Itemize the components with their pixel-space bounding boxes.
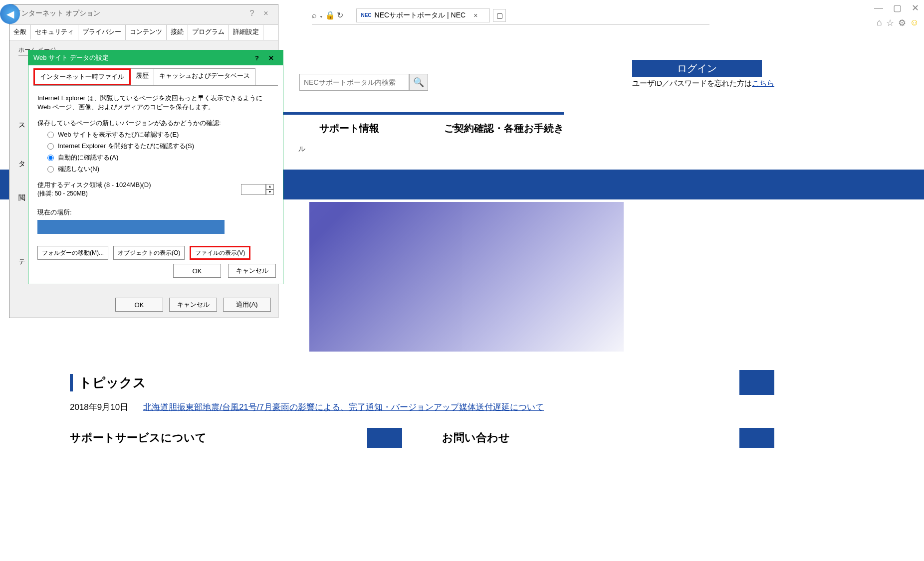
partial-text: ル	[298, 145, 305, 154]
tab-strip: ⌕ ▾ 🔒 ↻ NEC NECサポートポータル | NEC × ▢	[312, 6, 709, 25]
radio-label-2: Internet Explorer を開始するたびに確認する(S)	[58, 142, 194, 151]
browser-tab[interactable]: NEC NECサポートポータル | NEC ×	[356, 8, 490, 22]
maximize-icon[interactable]: ▢	[893, 2, 902, 13]
radio-never[interactable]	[47, 166, 54, 173]
minimize-icon[interactable]: —	[874, 2, 883, 13]
new-tab-button[interactable]: ▢	[493, 9, 506, 22]
tab-temp-files[interactable]: インターネット一時ファイル	[33, 68, 131, 85]
favorites-icon[interactable]: ☆	[886, 17, 894, 28]
current-location-highlight	[37, 220, 225, 234]
disk-space-input[interactable]	[241, 184, 266, 195]
close-icon[interactable]: ✕	[264, 54, 278, 62]
forgot-text: ユーザID／パスワードを忘れた方はこちら	[632, 79, 774, 88]
view-objects-button[interactable]: オブジェクトの表示(O)	[113, 246, 185, 260]
nav-menu: わせ サポート情報 ご契約確認・各種お手続き	[234, 112, 564, 142]
tab-privacy[interactable]: プライバシー	[78, 25, 126, 40]
tab-cache-db[interactable]: キャッシュおよびデータベース	[154, 68, 255, 85]
refresh-icon[interactable]: ↻	[337, 10, 343, 20]
login-button[interactable]: ログイン	[632, 60, 762, 77]
dialog-title: インターネット オプション	[14, 9, 100, 18]
description-text: Internet Explorer は、閲覧しているページを次回もっと早く表示で…	[37, 94, 274, 112]
newtab-icon: ▢	[496, 11, 503, 19]
tab-title: NECサポートポータル | NEC	[375, 11, 466, 20]
lock-icon: 🔒	[325, 10, 335, 20]
smiley-icon[interactable]: ☺	[910, 17, 919, 28]
tab-content[interactable]: コンテンツ	[126, 25, 167, 40]
io-cancel-button[interactable]: キャンセル	[169, 298, 217, 312]
search-dropdown-icon[interactable]: ⌕ ▾	[312, 11, 324, 20]
tab-history[interactable]: 履歴	[131, 68, 154, 85]
section-topics: トピックス	[70, 374, 774, 391]
forgot-link[interactable]: こちら	[752, 79, 774, 87]
disk-space-hint: (推奨: 50 - 250MB)	[37, 189, 151, 198]
current-location-label: 現在の場所:	[37, 208, 274, 217]
help-icon[interactable]: ?	[245, 9, 259, 18]
check-versions-label: 保存しているページの新しいバージョンがあるかどうかの確認:	[37, 119, 274, 128]
spin-down-icon[interactable]: ▼	[266, 189, 274, 195]
topics-link[interactable]: 北海道胆振東部地震/台風21号/7月豪雨の影響による、完了通知・バージョンアップ…	[143, 401, 544, 413]
tab-close-icon[interactable]: ×	[473, 11, 477, 19]
radio-automatic[interactable]	[47, 155, 54, 161]
topics-date: 2018年9月10日	[70, 401, 128, 413]
close-icon[interactable]: ✕	[912, 2, 919, 13]
disk-space-label: 使用するディスク領域 (8 - 1024MB)(D)	[37, 181, 151, 189]
tab-security[interactable]: セキュリティ	[31, 25, 78, 40]
nav-item-2[interactable]: サポート情報	[319, 122, 379, 135]
radio-label-3: 自動的に確認する(A)	[58, 153, 118, 162]
view-files-button[interactable]: ファイルの表示(V)	[190, 246, 250, 260]
dialog-title: Web サイト データの設定	[33, 53, 109, 62]
tab-favicon: NEC	[361, 12, 371, 18]
site-search-input[interactable]	[299, 74, 409, 91]
help-icon[interactable]: ?	[250, 54, 264, 62]
home-icon[interactable]: ⌂	[877, 17, 882, 28]
spin-up-icon[interactable]: ▲	[266, 184, 274, 189]
tab-advanced[interactable]: 詳細設定	[229, 25, 263, 40]
site-search-button[interactable]: 🔍	[409, 74, 428, 91]
radio-every-visit[interactable]	[47, 132, 54, 138]
io-apply-button[interactable]: 適用(A)	[223, 298, 271, 312]
wd-cancel-button[interactable]: キャンセル	[228, 264, 276, 278]
section-inquiry: お問い合わせ	[442, 428, 774, 448]
io-ok-button[interactable]: OK	[115, 298, 163, 312]
radio-every-start[interactable]	[47, 143, 54, 150]
radio-label-1: Web サイトを表示するたびに確認する(E)	[58, 130, 179, 139]
gear-icon[interactable]: ⚙	[898, 17, 906, 28]
tab-general[interactable]: 全般	[9, 25, 31, 40]
section-support-service: サポートサービスについて	[70, 428, 402, 448]
radio-label-4: 確認しない(N)	[58, 165, 99, 174]
close-icon[interactable]: ×	[259, 9, 273, 18]
tab-programs[interactable]: プログラム	[188, 25, 229, 40]
website-data-settings-dialog: Web サイト データの設定 ? ✕ インターネット一時ファイル 履歴 キャッシ…	[28, 50, 283, 284]
tab-connections[interactable]: 接続	[167, 25, 188, 40]
wd-ok-button[interactable]: OK	[173, 264, 221, 278]
back-button[interactable]: ◀	[0, 4, 20, 24]
move-folder-button[interactable]: フォルダーの移動(M)...	[37, 246, 108, 260]
nav-item-3[interactable]: ご契約確認・各種お手続き	[444, 122, 564, 135]
